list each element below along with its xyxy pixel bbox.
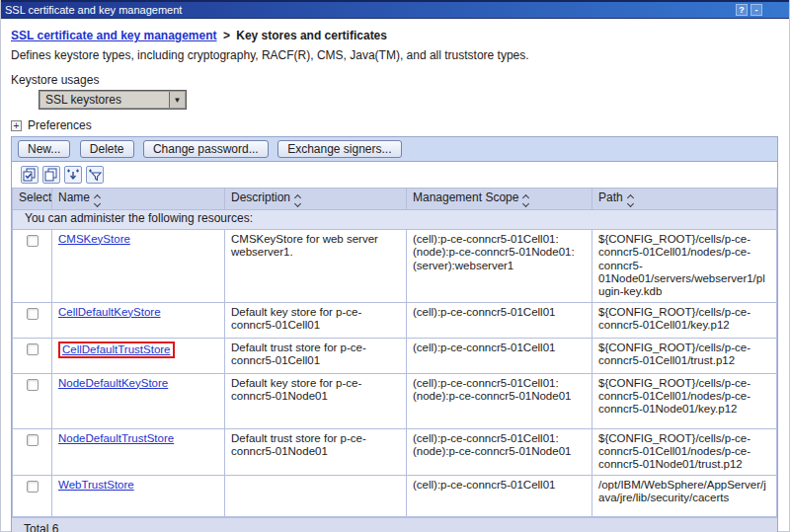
table-row: WebTrustStore (cell):p-ce-conncr5-01Cell…	[13, 475, 777, 516]
cell-path: ${CONFIG_ROOT}/cells/p-ce-conncr5-01Cell…	[592, 338, 777, 373]
cell-description	[225, 475, 407, 516]
exchange-signers-button[interactable]: Exchange signers...	[277, 140, 401, 158]
hide-filter-icon[interactable]	[86, 166, 104, 184]
keystore-link-nodedefaulttruststore[interactable]: NodeDefaultTrustStore	[58, 432, 174, 444]
keystore-usages-label: Keystore usages	[11, 73, 789, 87]
keystore-link-nodedefaultkeystore[interactable]: NodeDefaultKeyStore	[58, 377, 168, 389]
keystore-link-celldefaulttruststore-highlighted[interactable]: CellDefaultTrustStore	[58, 342, 175, 358]
help-button[interactable]: ?	[736, 4, 748, 16]
delete-button[interactable]: Delete	[80, 140, 134, 158]
action-button-bar: New... Delete Change password... Exchang…	[12, 137, 777, 162]
cell-description: Default key store for p-ce-conncr5-01Nod…	[225, 373, 407, 428]
cell-description: CMSKeyStore for web server webserver1.	[225, 229, 407, 302]
cell-management-scope: (cell):p-ce-conncr5-01Cell01:(node):p-ce…	[407, 229, 592, 302]
keystore-link-cmskeystore[interactable]: CMSKeyStore	[58, 233, 130, 245]
cell-management-scope: (cell):p-ce-conncr5-01Cell01:(node):p-ce…	[407, 373, 592, 428]
keystores-table: Select Name Description Management Scope…	[12, 188, 777, 517]
keystore-usages-selected-value: SSL keystores	[45, 93, 121, 107]
row-checkbox[interactable]	[27, 343, 39, 355]
cell-path: ${CONFIG_ROOT}/cells/p-ce-conncr5-01Cell…	[592, 428, 777, 475]
sort-icon[interactable]	[295, 195, 300, 206]
row-checkbox[interactable]	[27, 235, 39, 247]
keystore-usages-field: Keystore usages SSL keystores ▼	[11, 73, 789, 110]
column-header-path: Path	[592, 189, 777, 210]
keystore-table-block: New... Delete Change password... Exchang…	[11, 136, 778, 532]
column-header-select: Select	[13, 189, 52, 210]
table-caption: You can administer the following resourc…	[13, 210, 777, 230]
titlebar-buttons: ? -	[736, 4, 762, 16]
cell-management-scope: (cell):p-ce-conncr5-01Cell01	[407, 475, 592, 516]
preferences-label: Preferences	[28, 118, 92, 132]
window-titlebar: SSL certificate and key management ? -	[1, 0, 789, 19]
expand-icon[interactable]: +	[11, 120, 22, 131]
cell-management-scope: (cell):p-ce-conncr5-01Cell01:(node):p-ce…	[407, 428, 592, 475]
cell-description: Default key store for p-ce-conncr5-01Cel…	[225, 302, 407, 338]
column-header-name: Name	[52, 189, 225, 210]
column-header-management-scope: Management Scope	[407, 189, 592, 210]
column-header-description: Description	[225, 189, 407, 210]
minimize-button[interactable]: -	[750, 4, 762, 16]
cell-description: Default trust store for p-ce-conncr5-01N…	[225, 428, 407, 475]
sort-icon[interactable]	[95, 195, 100, 206]
keystore-link-celldefaultkeystore[interactable]: CellDefaultKeyStore	[58, 306, 161, 318]
table-row: NodeDefaultTrustStore Default trust stor…	[13, 428, 777, 475]
table-total: Total 6	[12, 517, 777, 532]
breadcrumb: SSL certificate and key management > Key…	[11, 29, 789, 42]
breadcrumb-separator: >	[223, 29, 230, 42]
select-all-icon[interactable]	[21, 166, 39, 184]
table-row: NodeDefaultKeyStore Default key store fo…	[13, 373, 777, 428]
table-row: CellDefaultTrustStore Default trust stor…	[13, 338, 777, 373]
cell-management-scope: (cell):p-ce-conncr5-01Cell01	[407, 338, 592, 373]
preferences-toggle[interactable]: + Preferences	[11, 118, 789, 132]
portlet-window: SSL certificate and key management ? - S…	[0, 0, 790, 532]
row-checkbox[interactable]	[27, 379, 39, 391]
page-title: Key stores and certificates	[236, 29, 387, 42]
portlet-content: SSL certificate and key management > Key…	[1, 19, 789, 532]
change-password-button[interactable]: Change password...	[143, 140, 269, 158]
table-row: CMSKeyStore CMSKeyStore for web server w…	[13, 229, 777, 302]
sort-icon[interactable]	[628, 195, 633, 206]
table-caption-row: You can administer the following resourc…	[13, 210, 777, 230]
dropdown-arrow-icon[interactable]: ▼	[169, 92, 185, 108]
row-checkbox[interactable]	[27, 308, 39, 320]
cell-management-scope: (cell):p-ce-conncr5-01Cell01	[407, 302, 592, 338]
breadcrumb-link-ssl-management[interactable]: SSL certificate and key management	[11, 29, 217, 42]
new-button[interactable]: New...	[18, 140, 70, 158]
cell-path: ${CONFIG_ROOT}/cells/p-ce-conncr5-01Cell…	[592, 373, 777, 428]
cell-path: /opt/IBM/WebSphere/AppServer/java/jre/li…	[592, 475, 777, 516]
show-filter-icon[interactable]	[64, 166, 82, 184]
row-checkbox[interactable]	[27, 481, 39, 493]
table-header-row: Select Name Description Management Scope…	[13, 189, 777, 210]
table-icon-bar	[12, 162, 777, 188]
cell-path: ${CONFIG_ROOT}/cells/p-ce-conncr5-01Cell…	[592, 302, 777, 338]
keystore-link-webtruststore[interactable]: WebTrustStore	[58, 479, 134, 491]
page-description: Defines keystore types, including crypto…	[11, 48, 789, 62]
cell-description: Default trust store for p-ce-conncr5-01C…	[225, 338, 407, 373]
deselect-all-icon[interactable]	[42, 166, 60, 184]
row-checkbox[interactable]	[27, 434, 39, 446]
cell-path: ${CONFIG_ROOT}/cells/p-ce-conncr5-01Cell…	[592, 229, 777, 302]
sort-icon[interactable]	[523, 195, 528, 206]
table-row: CellDefaultKeyStore Default key store fo…	[13, 302, 777, 338]
window-title: SSL certificate and key management	[5, 4, 182, 16]
keystore-usages-select[interactable]: SSL keystores ▼	[39, 90, 187, 110]
